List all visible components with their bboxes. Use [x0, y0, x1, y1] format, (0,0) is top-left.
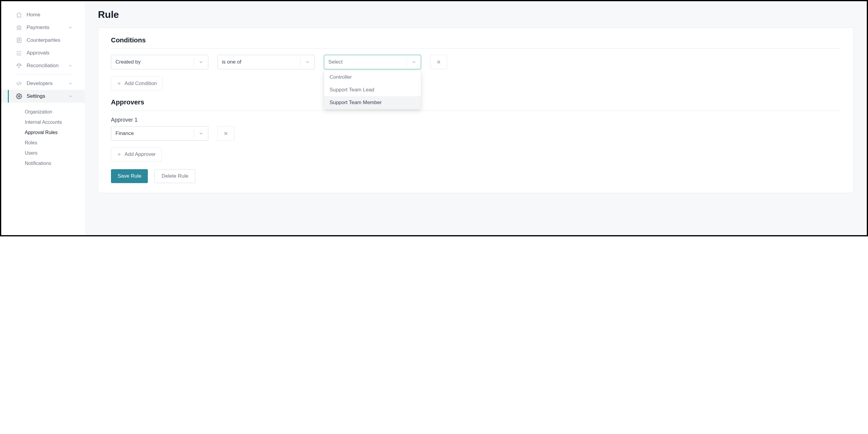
home-icon: [16, 11, 22, 18]
plus-icon: [117, 152, 122, 157]
conditions-heading: Conditions: [111, 36, 840, 44]
sidebar-item-settings[interactable]: Settings: [1, 90, 85, 103]
contacts-icon: [16, 37, 22, 44]
save-rule-button[interactable]: Save Rule: [111, 169, 148, 183]
dropdown-option-controller[interactable]: Controller: [324, 71, 421, 84]
condition-value-placeholder: Select: [328, 59, 407, 65]
sidebar-item-label: Reconciliation: [27, 63, 59, 69]
condition-operator-value: is one of: [222, 59, 300, 65]
approver-select[interactable]: Finance: [111, 126, 208, 141]
code-icon: [16, 80, 22, 87]
sidebar-sub-approval-rules[interactable]: Approval Rules: [1, 127, 85, 138]
chevron-down-icon: [68, 25, 72, 30]
add-approver-label: Add Approver: [125, 151, 156, 157]
condition-row: Created by is one of: [111, 55, 840, 69]
remove-condition-button[interactable]: [430, 55, 447, 69]
close-icon: [223, 131, 228, 136]
chevron-down-icon: [68, 81, 72, 86]
svg-rect-0: [17, 38, 21, 43]
add-condition-label: Add Condition: [125, 81, 157, 87]
sidebar-sub-internal-accounts[interactable]: Internal Accounts: [1, 117, 85, 127]
chevron-down-icon: [68, 63, 72, 68]
chevron-down-icon: [194, 131, 208, 136]
chevron-down-icon: [301, 59, 314, 65]
approver-row: Finance: [111, 126, 840, 141]
condition-operator-select[interactable]: is one of: [217, 55, 315, 69]
sidebar-sub-notifications[interactable]: Notifications: [1, 158, 85, 169]
checklist-icon: [16, 50, 22, 56]
main-content: Rule Conditions Created by is one of: [85, 1, 867, 235]
sidebar-sub-users[interactable]: Users: [1, 148, 85, 158]
rule-card: Conditions Created by is one of: [98, 28, 854, 193]
sidebar-item-label: Payments: [27, 25, 50, 31]
sidebar-item-label: Home: [27, 12, 40, 18]
remove-approver-button[interactable]: [217, 126, 234, 141]
add-approver-button[interactable]: Add Approver: [111, 147, 161, 161]
approver-value: Finance: [116, 131, 194, 137]
sidebar-item-reconciliation[interactable]: Reconciliation: [1, 59, 85, 72]
sidebar-item-label: Developers: [27, 81, 53, 87]
chevron-down-icon: [194, 59, 208, 65]
sidebar-item-developers[interactable]: Developers: [1, 77, 85, 90]
plus-icon: [117, 81, 122, 86]
sidebar-item-home[interactable]: Home: [1, 8, 85, 21]
sidebar-sub-roles[interactable]: Roles: [1, 138, 85, 148]
sidebar-item-label: Counterparties: [27, 37, 60, 43]
gear-icon: [16, 93, 22, 99]
sidebar-item-counterparties[interactable]: Counterparties: [1, 34, 85, 47]
approvers-heading: Approvers: [111, 98, 840, 106]
page-title: Rule: [98, 9, 854, 20]
condition-value-dropdown: Controller Support Team Lead Support Tea…: [324, 70, 421, 109]
sidebar-item-label: Approvals: [27, 50, 50, 56]
condition-value-select[interactable]: Select: [324, 55, 421, 69]
delete-rule-button[interactable]: Delete Rule: [154, 169, 195, 183]
sidebar-sub-organization[interactable]: Organization: [1, 107, 85, 117]
svg-point-6: [19, 96, 20, 97]
sidebar-item-approvals[interactable]: Approvals: [1, 47, 85, 59]
close-icon: [436, 59, 441, 65]
sidebar-divider: [14, 75, 71, 75]
dropdown-option-support-team-member[interactable]: Support Team Member: [324, 96, 421, 109]
condition-field-select[interactable]: Created by: [111, 55, 208, 69]
svg-point-1: [19, 39, 20, 40]
svg-line-5: [19, 81, 19, 85]
chevron-down-icon: [407, 59, 421, 65]
rule-actions: Save Rule Delete Rule: [111, 169, 840, 183]
dropdown-option-support-team-lead[interactable]: Support Team Lead: [324, 84, 421, 96]
approver-slot-label: Approver 1: [111, 117, 840, 123]
chevron-up-icon: [68, 94, 72, 98]
condition-field-value: Created by: [116, 59, 194, 65]
scale-icon: [16, 62, 22, 69]
sidebar: Home Payments Counterparties Approvals: [1, 1, 85, 235]
bank-icon: [16, 24, 22, 31]
add-condition-button[interactable]: Add Condition: [111, 77, 163, 90]
sidebar-item-label: Settings: [27, 93, 45, 99]
sidebar-item-payments[interactable]: Payments: [1, 21, 85, 34]
